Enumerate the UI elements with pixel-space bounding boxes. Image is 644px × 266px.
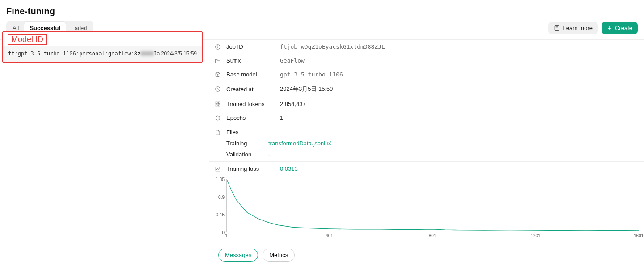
files-label: Files (226, 129, 280, 135)
x-tick: 1 (225, 233, 228, 238)
learn-more-button[interactable]: Learn more (548, 22, 597, 34)
info-icon (215, 44, 221, 50)
validation-file-value: - (268, 151, 270, 158)
file-icon (215, 129, 221, 135)
page-title: Fine-tuning (6, 6, 638, 17)
create-button[interactable]: Create (602, 22, 638, 34)
x-tick: 1201 (530, 233, 540, 238)
subtab-metrics[interactable]: Metrics (263, 249, 295, 262)
plus-icon (607, 25, 612, 31)
tokens-icon (215, 101, 221, 107)
finetune-list-item[interactable]: ft:gpt-3.5-turbo-1106:personal:geaflow:8… (3, 46, 202, 62)
svg-rect-10 (218, 102, 220, 104)
suffix-value: GeaFlow (280, 57, 305, 64)
y-tick: 0 (222, 230, 225, 235)
training-file-label: Training (215, 140, 268, 147)
job-id-value: ftjob-wDqZ1oEyacskG1xtdm388ZJL (280, 43, 385, 50)
learn-more-label: Learn more (563, 25, 592, 31)
trained-tokens-value: 2,854,437 (280, 101, 306, 107)
model-id-part-b: Ja (153, 51, 160, 57)
epochs-value: 1 (280, 114, 283, 121)
trained-tokens-label: Trained tokens (226, 101, 280, 107)
created-at-value: 2024年3月5日 15:59 (280, 85, 333, 93)
x-tick: 1601 (634, 233, 644, 238)
loss-line (227, 179, 639, 232)
svg-rect-9 (216, 102, 217, 104)
model-id-blurred: XXXX (140, 51, 153, 57)
created-at-label: Created at (226, 86, 280, 93)
svg-rect-11 (216, 105, 217, 106)
base-model-label: Base model (226, 71, 280, 78)
training-loss-label: Training loss (226, 165, 280, 172)
refresh-icon (215, 115, 221, 121)
training-loss-value: 0.0313 (280, 165, 298, 172)
create-label: Create (615, 25, 632, 31)
validation-file-label: Validation (215, 151, 268, 158)
book-icon (554, 25, 560, 31)
clock-icon (215, 86, 221, 92)
svg-point-7 (218, 46, 218, 46)
annotation-label: Model ID (8, 34, 47, 45)
x-tick: 801 (429, 233, 436, 238)
model-id-text: ft:gpt-3.5-turbo-1106:personal:geaflow:8… (8, 51, 160, 57)
y-tick: 1.35 (216, 177, 225, 182)
external-link-icon (327, 141, 332, 146)
x-tick: 401 (326, 233, 333, 238)
y-tick: 0.45 (216, 212, 225, 217)
model-id-part-a: ft:gpt-3.5-turbo-1106:personal:geaflow:8… (8, 51, 140, 57)
training-loss-chart: 1.35 0.9 0.45 0 1 401 (209, 176, 644, 240)
cube-icon (215, 72, 221, 78)
list-item-date: 2024/3/5 15:59 (161, 51, 197, 57)
model-id-annotation: Model ID ft:gpt-3.5-turbo-1106:personal:… (2, 31, 203, 63)
svg-rect-12 (218, 105, 220, 106)
job-id-label: Job ID (226, 43, 280, 50)
training-file-name: transformedData.jsonl (268, 140, 325, 147)
base-model-value: gpt-3.5-turbo-1106 (280, 71, 343, 78)
chart-icon (215, 166, 221, 172)
epochs-label: Epochs (226, 114, 280, 121)
subtab-messages[interactable]: Messages (218, 249, 258, 262)
y-tick: 0.9 (218, 194, 225, 199)
training-file-link[interactable]: transformedData.jsonl (268, 140, 332, 147)
suffix-label: Suffix (226, 57, 280, 64)
folder-icon (215, 58, 221, 64)
